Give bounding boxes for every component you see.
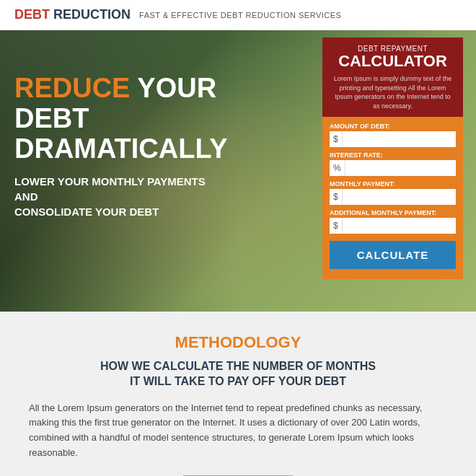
calc-input-rate[interactable] bbox=[345, 160, 456, 176]
calc-input-wrap-rate: % bbox=[330, 160, 456, 176]
calc-field-monthly: MONTHLY PAYMENT: $ bbox=[330, 180, 456, 205]
methodology-subtitle-line2: IT WILL TAKE TO PAY OFF YOUR DEBT bbox=[130, 375, 346, 387]
calc-input-monthly[interactable] bbox=[343, 189, 456, 205]
calculator-description: Lorem Ipsum is simply dummy text of the … bbox=[331, 74, 454, 110]
header-tagline: FAST & EFFECTIVE DEBT REDUCTION SERVICES bbox=[139, 11, 341, 19]
calc-field-additional: ADDITIONAL MONTHLY PAYMENT: $ bbox=[330, 209, 456, 234]
hero-section: REDUCE YOUR DEBTDRAMATICALLY LOWER YOUR … bbox=[0, 30, 476, 312]
brand-logo: DEBT REDUCTION bbox=[14, 7, 131, 22]
calculate-button[interactable]: CALCULATE bbox=[330, 241, 456, 269]
hero-subtext: LOWER YOUR MONTHLY PAYMENTS AND CONSOLID… bbox=[14, 174, 231, 219]
hero-subtext-line2: CONSOLIDATE YOUR DEBT bbox=[14, 206, 159, 218]
calc-input-amount[interactable] bbox=[343, 131, 456, 147]
calc-prefix-amount: $ bbox=[330, 131, 343, 147]
methodology-section: METHODOLOGY HOW WE CALCULATE THE NUMBER … bbox=[0, 312, 476, 476]
brand-reduction: REDUCTION bbox=[53, 7, 131, 22]
calc-input-wrap-additional: $ bbox=[330, 218, 456, 234]
calc-prefix-additional: $ bbox=[330, 218, 343, 234]
calculator-header: DEBT REPAYMENT CALCULATOR Lorem Ipsum is… bbox=[322, 38, 463, 117]
calc-field-rate: INTEREST RATE: % bbox=[330, 151, 456, 176]
calculator-body: AMOUNT OF DEBT: $ INTEREST RATE: % MONTH… bbox=[322, 117, 463, 234]
calc-input-wrap-amount: $ bbox=[330, 131, 456, 147]
calc-label-amount: AMOUNT OF DEBT: bbox=[330, 123, 456, 130]
hero-reduce: REDUCE bbox=[14, 73, 130, 103]
hero-text: REDUCE YOUR DEBTDRAMATICALLY LOWER YOUR … bbox=[14, 74, 231, 219]
calc-label-rate: INTEREST RATE: bbox=[330, 151, 456, 159]
calc-prefix-rate: % bbox=[330, 160, 345, 176]
header: DEBT REDUCTION FAST & EFFECTIVE DEBT RED… bbox=[0, 0, 476, 30]
methodology-subtitle-line1: HOW WE CALCULATE THE NUMBER OF MONTHS bbox=[100, 360, 376, 372]
methodology-title: METHODOLOGY bbox=[29, 333, 447, 352]
methodology-body: All the Lorem Ipsum generators on the In… bbox=[29, 401, 447, 461]
calc-label-monthly: MONTHLY PAYMENT: bbox=[330, 180, 456, 188]
calc-input-wrap-monthly: $ bbox=[330, 189, 456, 205]
calc-label-additional: ADDITIONAL MONTHLY PAYMENT: bbox=[330, 209, 456, 216]
calculator-panel: DEBT REPAYMENT CALCULATOR Lorem Ipsum is… bbox=[322, 38, 463, 279]
methodology-subtitle: HOW WE CALCULATE THE NUMBER OF MONTHS IT… bbox=[29, 359, 447, 389]
calc-input-additional[interactable] bbox=[343, 218, 456, 234]
calc-prefix-monthly: $ bbox=[330, 189, 343, 205]
calc-field-amount: AMOUNT OF DEBT: $ bbox=[330, 123, 456, 147]
hero-headline: REDUCE YOUR DEBTDRAMATICALLY bbox=[14, 74, 231, 164]
brand-debt: DEBT bbox=[14, 7, 50, 22]
calculator-title: CALCULATOR bbox=[331, 53, 454, 70]
hero-subtext-line1: LOWER YOUR MONTHLY PAYMENTS AND bbox=[14, 175, 206, 203]
